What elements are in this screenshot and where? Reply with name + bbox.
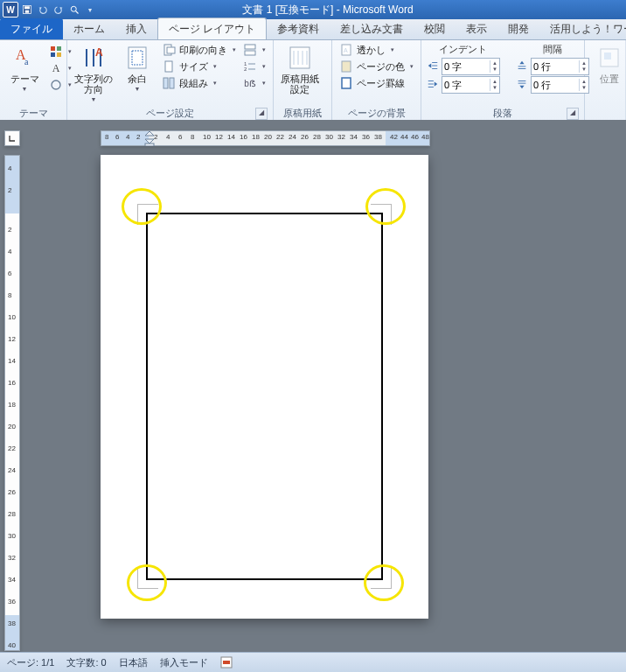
indent-left-field[interactable]: ▲▼ — [442, 58, 500, 75]
chevron-down-icon: ▼ — [135, 86, 141, 92]
columns-label: 段組み — [179, 77, 208, 90]
orientation-button[interactable]: 印刷の向き▾ — [160, 42, 238, 58]
themes-button[interactable]: A a テーマ ▼ — [5, 42, 44, 92]
dialog-launcher-icon[interactable]: ◢ — [255, 108, 268, 120]
space-before-input[interactable] — [532, 61, 579, 72]
space-after-input[interactable] — [532, 80, 579, 90]
svg-text:A: A — [95, 46, 103, 59]
genkou-settings-button[interactable]: 原稿用紙 設定 — [279, 42, 321, 94]
svg-text:2: 2 — [244, 66, 247, 72]
page-color-label: ページの色 — [357, 60, 405, 74]
status-language[interactable]: 日本語 — [119, 656, 148, 669]
status-macro-icon[interactable] — [220, 656, 233, 668]
quick-access-toolbar: W ▾ — [0, 2, 100, 18]
indent-right-icon — [427, 78, 439, 92]
text-direction-button[interactable]: A 文字列の 方向 ▼ — [73, 42, 115, 102]
svg-rect-20 — [165, 61, 172, 72]
svg-text:A: A — [344, 47, 348, 53]
highlight-ring — [365, 188, 406, 225]
svg-rect-49 — [604, 52, 611, 60]
svg-rect-52 — [223, 661, 230, 664]
tab-insert[interactable]: 挿入 — [115, 18, 157, 39]
group-genkou-label: 原稿用紙 — [279, 106, 326, 120]
page-borders-label: ページ罫線 — [357, 77, 405, 90]
svg-point-3 — [71, 6, 76, 11]
tab-home[interactable]: ホーム — [63, 18, 115, 39]
svg-rect-21 — [163, 78, 168, 88]
tab-selector[interactable] — [4, 130, 20, 146]
dialog-launcher-icon[interactable]: ◢ — [567, 108, 579, 120]
group-themes: A a テーマ ▼ ▾ A▾ ▾ テーマ — [0, 40, 67, 121]
spin-down-icon[interactable]: ▼ — [490, 66, 499, 73]
indent-marker-icon[interactable] — [143, 130, 156, 146]
indent-right-field[interactable]: ▲▼ — [442, 76, 500, 94]
spin-down-icon[interactable]: ▼ — [490, 85, 499, 91]
svg-rect-37 — [342, 78, 351, 88]
page-color-button[interactable]: ページの色▾ — [337, 59, 415, 74]
group-page-setup-label: ページ設定 — [146, 108, 194, 118]
columns-button[interactable]: 段組み▾ — [160, 75, 238, 91]
position-button[interactable]: 位置 — [590, 42, 626, 84]
tab-mailings[interactable]: 差し込み文書 — [330, 18, 414, 39]
qat-dropdown-icon[interactable]: ▾ — [83, 3, 97, 17]
spin-up-icon[interactable]: ▲ — [490, 79, 499, 85]
svg-rect-50 — [145, 144, 154, 146]
tab-view[interactable]: 表示 — [456, 18, 497, 39]
horizontal-ruler[interactable]: 8642246810121416182022242628303234363842… — [101, 130, 430, 146]
svg-rect-10 — [57, 52, 61, 57]
margins-button[interactable]: 余白 ▼ — [118, 42, 156, 92]
group-paragraph: インデント ▲▼ ▲▼ 間隔 ▲▼ ▲▼ — [421, 40, 585, 121]
document-page[interactable] — [101, 155, 428, 619]
redo-icon[interactable] — [52, 3, 66, 17]
svg-rect-1 — [24, 6, 30, 9]
svg-rect-9 — [51, 52, 55, 57]
group-genkou: 原稿用紙 設定 原稿用紙 — [274, 40, 332, 121]
tab-review[interactable]: 校閲 — [414, 18, 456, 39]
watermark-button[interactable]: A透かし▾ — [337, 42, 415, 58]
tab-references[interactable]: 参考資料 — [267, 18, 330, 39]
status-word-count[interactable]: 文字数: 0 — [66, 656, 106, 669]
page-border — [146, 213, 383, 580]
status-insert-mode[interactable]: 挿入モード — [160, 656, 208, 669]
svg-point-11 — [52, 80, 60, 89]
indent-left-icon — [427, 60, 439, 74]
spin-up-icon[interactable]: ▲ — [490, 60, 499, 66]
themes-label: テーマ — [10, 74, 39, 84]
ribbon: A a テーマ ▼ ▾ A▾ ▾ テーマ A 文字列の 方向 ▼ — [0, 40, 626, 122]
chevron-down-icon: ▼ — [22, 86, 28, 92]
space-before-field[interactable]: ▲▼ — [531, 58, 589, 75]
space-after-field[interactable]: ▲▼ — [531, 76, 589, 94]
tab-file[interactable]: ファイル — [0, 18, 63, 39]
hyphenation-button[interactable]: bẞ▾ — [241, 75, 268, 91]
group-page-background-label: ページの背景 — [337, 106, 415, 120]
title-bar: W ▾ 文書 1 [互換モード] - Microsoft Word — [0, 0, 626, 19]
space-after-icon — [516, 78, 528, 92]
highlight-ring — [127, 564, 167, 601]
page-borders-button[interactable]: ページ罫線 — [337, 75, 415, 91]
print-preview-icon[interactable] — [67, 3, 81, 17]
space-before-icon — [516, 60, 528, 74]
group-paragraph-label: 段落 — [493, 108, 512, 118]
tab-addon[interactable]: 活用しよう！ワード — [539, 18, 626, 39]
word-app-icon[interactable]: W — [3, 2, 18, 18]
vertical-ruler[interactable]: 42246810121416182022242628303234363840 — [4, 155, 20, 651]
save-icon[interactable] — [20, 3, 34, 17]
status-page[interactable]: ページ: 1/1 — [7, 656, 54, 669]
tab-developer[interactable]: 開発 — [497, 18, 539, 39]
svg-rect-24 — [245, 51, 255, 55]
svg-rect-8 — [57, 46, 61, 51]
group-arrange: 位置 — [585, 40, 626, 121]
watermark-label: 透かし — [357, 44, 386, 57]
svg-rect-2 — [25, 10, 30, 13]
status-bar: ページ: 1/1 文字数: 0 日本語 挿入モード — [0, 652, 626, 672]
undo-icon[interactable] — [36, 3, 50, 17]
breaks-button[interactable]: ▾ — [241, 42, 268, 58]
size-button[interactable]: サイズ▾ — [160, 59, 238, 74]
group-page-setup: A 文字列の 方向 ▼ 余白 ▼ 印刷の向き▾ サイズ▾ 段組み▾ ▾ 12▾ … — [67, 40, 274, 121]
indent-right-input[interactable] — [442, 80, 490, 90]
line-numbers-button[interactable]: 12▾ — [241, 59, 268, 74]
indent-left-input[interactable] — [442, 61, 490, 72]
document-area: 8642246810121416182022242628303234363842… — [0, 120, 626, 653]
tab-page-layout[interactable]: ページ レイアウト — [157, 18, 267, 39]
indent-title: インデント — [427, 43, 500, 57]
